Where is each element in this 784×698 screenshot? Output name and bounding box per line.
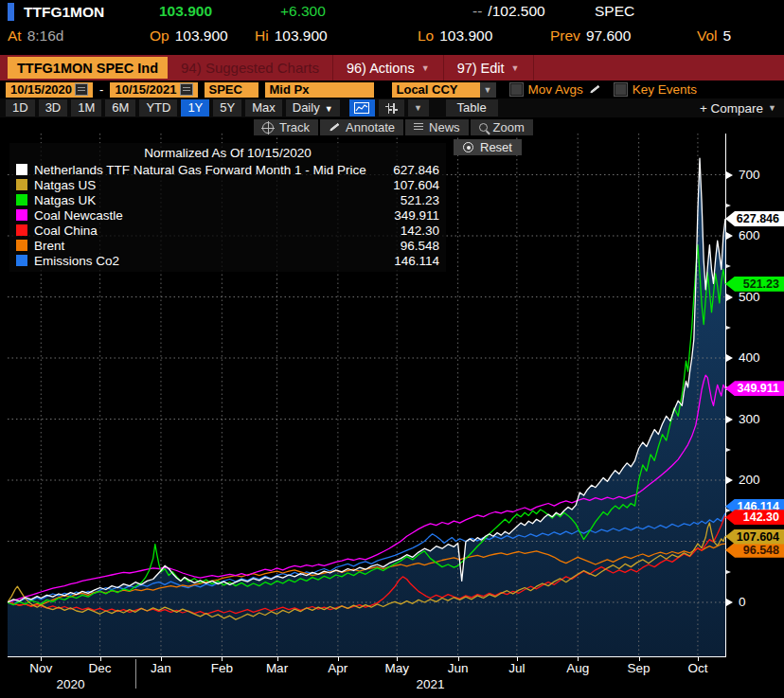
date-range-dash: - [99, 82, 103, 97]
y-axis-tick [726, 476, 733, 484]
compare-button[interactable]: + Compare ▼ [700, 101, 776, 116]
range-tab-ytd[interactable]: YTD [139, 99, 177, 116]
line-chart-type-button[interactable] [349, 99, 375, 116]
chart-area: Track Annotate News Zoom Reset Normalize… [0, 117, 784, 698]
security-title-field[interactable]: TTFG1MON SPEC Ind [8, 57, 168, 79]
security-type: SPEC [595, 3, 634, 20]
legend-series-name: Coal China [34, 224, 401, 238]
annotate-button[interactable]: Annotate [320, 119, 403, 135]
price-badge: 96.548 [725, 543, 784, 558]
x-axis-line [8, 656, 726, 657]
track-button[interactable]: Track [254, 119, 318, 135]
price-badge: 107.604 [725, 529, 784, 545]
y-axis-tick [726, 599, 733, 606]
pencil-icon[interactable] [589, 85, 599, 95]
y-axis-minor-tick [726, 448, 731, 452]
ohlc-chart-type-button[interactable] [379, 99, 404, 116]
price-change: +6.300 [280, 3, 326, 20]
news-lines-icon [414, 123, 423, 132]
mov-avgs-toggle[interactable]: Mov Avgs [510, 82, 600, 97]
y-axis-tick [726, 171, 733, 179]
x-axis-year-label: 2020 [42, 677, 98, 691]
y-axis-label: 600 [739, 228, 760, 242]
x-axis-month-label: Jul [496, 661, 538, 675]
legend-series-value: 521.23 [401, 193, 439, 207]
date-to-field[interactable]: 10/15/2021 [110, 82, 197, 98]
year-divider [135, 659, 136, 689]
legend-series-value: 627.846 [393, 163, 439, 177]
y-axis-tick [726, 232, 733, 240]
chevron-down-icon[interactable]: ▼ [480, 82, 496, 98]
x-axis-year-label: 2021 [401, 677, 458, 691]
y-axis-line [725, 134, 726, 657]
range-tab-5y[interactable]: 5Y [213, 99, 241, 116]
currency-select[interactable]: Local CCY ▼ [392, 82, 496, 98]
legend-item[interactable]: Natgas US107.604 [16, 177, 439, 192]
chart-toolbar: Track Annotate News Zoom [254, 119, 533, 135]
range-tab-1m[interactable]: 1M [71, 99, 101, 116]
price-badge: 349.911 [725, 381, 784, 396]
legend-swatch [16, 224, 27, 236]
legend-title: Normalized As Of 10/15/2020 [16, 146, 439, 160]
range-tab-1y[interactable]: 1Y [181, 99, 209, 116]
chevron-down-icon: ▼ [414, 103, 422, 113]
legend-series-name: Netherlands TTF Natural Gas Forward Mont… [34, 163, 393, 177]
date-from-field[interactable]: 10/15/2020 [6, 82, 93, 98]
calendar-icon[interactable] [75, 83, 88, 96]
field-type-chip[interactable]: SPEC [205, 82, 258, 98]
range-tab-6m[interactable]: 6M [105, 99, 135, 116]
x-axis-month-label: Jan [140, 661, 182, 675]
ticker: TTFG1MON [8, 3, 104, 21]
y-axis-minor-tick [726, 204, 731, 207]
table-button[interactable]: Table [446, 99, 498, 116]
y-axis-tick [726, 294, 733, 301]
legend-swatch [16, 179, 27, 190]
legend-item[interactable]: Emissions Co2146.114 [16, 253, 439, 268]
range-tab-bar: 1D3D1M6MYTD1Y5YMax Daily▼ ▼ Table + Comp… [0, 98, 784, 117]
key-events-toggle[interactable]: Key Events [615, 82, 697, 97]
range-tab-1d[interactable]: 1D [6, 99, 35, 116]
period-select[interactable]: Daily▼ [286, 99, 340, 116]
mov-avgs-checkbox[interactable] [510, 83, 523, 96]
y-axis-label: 700 [739, 168, 760, 182]
bid-ask: --/102.500 [472, 3, 545, 20]
legend-item[interactable]: Netherlands TTF Natural Gas Forward Mont… [16, 162, 439, 177]
legend-item[interactable]: Coal Newcastle349.911 [16, 207, 439, 223]
price-badge: 142.30 [725, 510, 784, 525]
zoom-button[interactable]: Zoom [471, 119, 533, 135]
pencil-icon [329, 123, 339, 133]
chart-type-dropdown[interactable]: ▼ [408, 99, 429, 116]
legend-swatch [16, 164, 27, 175]
x-axis-month-label: Jun [437, 661, 479, 675]
legend-item[interactable]: Coal China142.30 [16, 223, 439, 238]
security-bar-spacer [533, 55, 784, 81]
legend-series-name: Brent [34, 239, 401, 253]
magnifier-icon [479, 123, 488, 132]
edit-menu[interactable]: 97) Edit ▼ [443, 55, 533, 81]
news-button[interactable]: News [405, 119, 469, 135]
chart-legend: Normalized As Of 10/15/2020 Netherlands … [9, 143, 446, 272]
chevron-down-icon: ▼ [421, 63, 430, 73]
volume-value: Vol 5 [697, 27, 731, 45]
y-axis-minor-tick [726, 326, 731, 330]
x-axis-month-label: Oct [677, 661, 719, 675]
legend-series-name: Emissions Co2 [34, 254, 394, 268]
ask-value: /102.500 [488, 3, 544, 20]
range-tab-max[interactable]: Max [245, 99, 282, 116]
actions-menu[interactable]: 96) Actions ▼ [332, 55, 443, 81]
legend-item[interactable]: Brent96.548 [16, 238, 439, 253]
calendar-icon[interactable] [180, 83, 193, 96]
y-axis-tick [726, 416, 733, 423]
options-bar: 10/15/2020 - 10/15/2021 SPEC Mid Px Loca… [0, 81, 784, 98]
legend-item[interactable]: Natgas UK521.23 [16, 192, 439, 207]
suggested-charts-menu[interactable]: 94) Suggested Charts [168, 55, 332, 81]
price-type-field[interactable]: Mid Px [265, 82, 374, 98]
reset-target-icon [463, 142, 473, 152]
x-axis-month-label: Feb [201, 661, 242, 675]
range-tab-3d[interactable]: 3D [39, 99, 68, 116]
x-axis-month-label: Nov [20, 661, 62, 675]
key-events-checkbox[interactable] [615, 83, 627, 96]
reset-button[interactable]: Reset [454, 139, 522, 155]
legend-series-value: 146.114 [394, 254, 439, 268]
legend-swatch [16, 240, 27, 251]
